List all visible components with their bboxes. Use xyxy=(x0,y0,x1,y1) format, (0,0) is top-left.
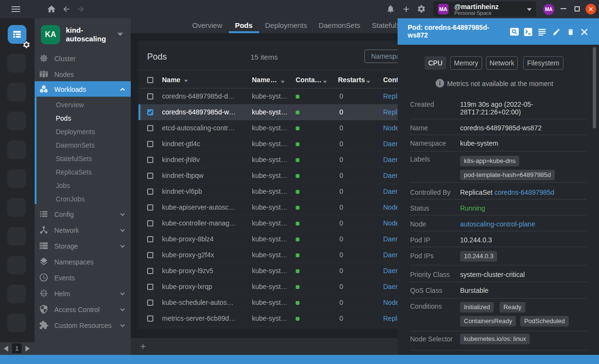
svg-text:HELM: HELM xyxy=(41,292,47,295)
